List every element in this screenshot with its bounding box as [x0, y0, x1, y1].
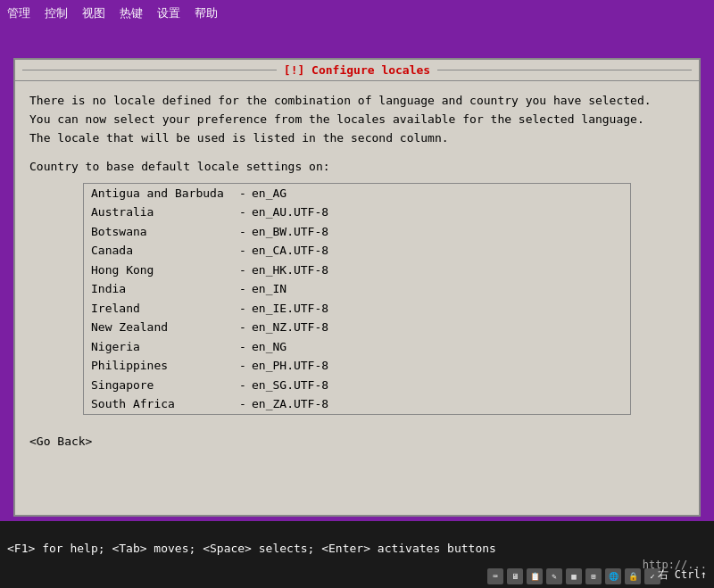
- country-name: South Africa: [91, 395, 234, 413]
- country-item[interactable]: Hong Kong - en_HK.UTF-8: [84, 261, 630, 280]
- country-item[interactable]: Australia - en_AU.UTF-8: [84, 203, 630, 222]
- taskbar-icon-5[interactable]: ▦: [566, 568, 582, 584]
- desc-line1: There is no locale defined for the combi…: [29, 94, 652, 107]
- ctrl-label: 右 Ctrl↑: [658, 567, 707, 583]
- country-locale: en_AU.UTF-8: [252, 203, 328, 221]
- country-name: Nigeria: [91, 338, 234, 356]
- country-locale: en_CA.UTF-8: [252, 242, 328, 260]
- country-dash: -: [234, 280, 252, 298]
- menu-hotkey[interactable]: 热键: [120, 5, 143, 21]
- country-locale: en_SG.UTF-8: [252, 377, 328, 394]
- configure-locales-dialog: [!] Configure locales There is no locale…: [13, 58, 701, 517]
- country-dash: -: [234, 300, 252, 318]
- taskbar-icon-8[interactable]: 🔒: [625, 568, 641, 584]
- country-item[interactable]: Nigeria - en_NG: [84, 337, 630, 357]
- taskbar-icon-1[interactable]: ⌨: [487, 568, 503, 584]
- menu-settings[interactable]: 设置: [157, 5, 180, 21]
- country-dash: -: [234, 395, 252, 413]
- country-item[interactable]: Philippines - en_PH.UTF-8: [84, 356, 630, 376]
- taskbar-icon-3[interactable]: 📋: [527, 568, 543, 584]
- taskbar-icon-7[interactable]: 🌐: [605, 568, 621, 584]
- menu-control[interactable]: 控制: [45, 5, 68, 21]
- country-name: Australia: [91, 203, 234, 221]
- country-locale: en_PH.UTF-8: [252, 357, 328, 375]
- title-line-right: [437, 70, 692, 70]
- dialog-content: There is no locale defined for the combi…: [15, 81, 699, 426]
- country-dash: -: [234, 338, 252, 356]
- country-list-container[interactable]: Antigua and Barbuda - en_AGAustralia - e…: [83, 183, 631, 415]
- menu-help[interactable]: 帮助: [195, 5, 218, 21]
- country-dash: -: [234, 223, 252, 241]
- country-name: Singapore: [91, 377, 234, 394]
- country-locale: en_BW.UTF-8: [252, 223, 328, 241]
- country-name: India: [91, 280, 234, 298]
- country-name: Hong Kong: [91, 261, 234, 279]
- country-item[interactable]: Botswana - en_BW.UTF-8: [84, 222, 630, 242]
- country-dash: -: [234, 185, 252, 203]
- title-line-left: [22, 70, 277, 70]
- taskbar-icon-4[interactable]: ✎: [546, 568, 562, 584]
- country-dash: -: [234, 357, 252, 375]
- desc-line2: You can now select your preference from …: [29, 112, 644, 126]
- country-name: Botswana: [91, 223, 234, 241]
- country-prompt: Country to base default locale settings …: [29, 158, 685, 176]
- country-name: Ireland: [91, 300, 234, 318]
- bottom-bar: <F1> for help; <Tab> moves; <Space> sele…: [0, 521, 714, 588]
- dialog-title: [!] Configure locales: [284, 63, 430, 77]
- taskbar-icons: ⌨ 🖥 📋 ✎ ▦ ⊞ 🌐 🔒 ✓: [487, 568, 660, 584]
- country-item[interactable]: Singapore - en_SG.UTF-8: [84, 376, 630, 395]
- taskbar-icon-6[interactable]: ⊞: [585, 568, 602, 584]
- country-item[interactable]: India - en_IN: [84, 279, 630, 299]
- country-item[interactable]: Antigua and Barbuda - en_AG: [84, 184, 630, 203]
- menu-manage[interactable]: 管理: [7, 5, 30, 21]
- country-dash: -: [234, 203, 252, 221]
- country-item[interactable]: New Zealand - en_NZ.UTF-8: [84, 318, 630, 337]
- country-name: Canada: [91, 242, 234, 260]
- country-item[interactable]: United Kingdom - en_GB.UTF-8: [84, 414, 630, 415]
- country-item[interactable]: Ireland - en_IE.UTF-8: [84, 299, 630, 319]
- country-name: Philippines: [91, 357, 234, 375]
- goback-button[interactable]: <Go Back>: [29, 435, 92, 448]
- menu-view[interactable]: 视图: [82, 5, 105, 21]
- country-locale: en_NG: [252, 338, 286, 356]
- top-menubar: 管理 控制 视图 热键 设置 帮助: [0, 0, 714, 27]
- country-dash: -: [234, 377, 252, 394]
- status-help-text: <F1> for help; <Tab> moves; <Space> sele…: [0, 538, 714, 559]
- country-dash: -: [234, 319, 252, 336]
- country-item[interactable]: South Africa - en_ZA.UTF-8: [84, 394, 630, 414]
- description: There is no locale defined for the combi…: [29, 92, 685, 147]
- country-locale: en_ZA.UTF-8: [252, 395, 328, 413]
- country-locale: en_HK.UTF-8: [252, 261, 328, 279]
- country-locale: en_AG: [252, 185, 286, 203]
- country-locale: en_NZ.UTF-8: [252, 319, 328, 336]
- taskbar-icon-2[interactable]: 🖥: [507, 568, 523, 584]
- goback-area: <Go Back>: [15, 426, 699, 457]
- desc-line3: The locale that will be used is listed i…: [29, 131, 449, 145]
- country-locale: en_IE.UTF-8: [252, 300, 328, 318]
- country-dash: -: [234, 242, 252, 260]
- country-name: Antigua and Barbuda: [91, 185, 234, 203]
- dialog-titlebar: [!] Configure locales: [15, 60, 699, 81]
- country-list: Antigua and Barbuda - en_AGAustralia - e…: [84, 184, 630, 415]
- country-name: New Zealand: [91, 319, 234, 336]
- country-item[interactable]: Canada - en_CA.UTF-8: [84, 241, 630, 261]
- country-locale: en_IN: [252, 280, 286, 298]
- country-dash: -: [234, 261, 252, 279]
